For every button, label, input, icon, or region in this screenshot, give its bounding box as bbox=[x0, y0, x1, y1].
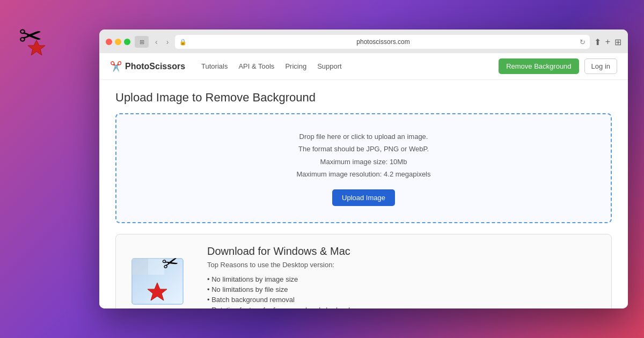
download-title: Download for Windows & Mac bbox=[207, 245, 601, 258]
upload-line1: Drop file here or click to upload an ima… bbox=[127, 130, 600, 143]
traffic-light-close[interactable] bbox=[106, 39, 112, 45]
logo-area: ✂️ PhotoScissors bbox=[110, 61, 185, 72]
lock-icon: 🔒 bbox=[179, 39, 187, 46]
traffic-light-maximize[interactable] bbox=[124, 39, 130, 45]
reload-btn[interactable]: ↻ bbox=[580, 38, 586, 46]
share-btn[interactable]: ⬆ bbox=[594, 37, 601, 47]
download-card: ✂ Download for Windows & Mac Top Reasons… bbox=[115, 234, 612, 308]
tab-switcher-btn[interactable]: ⊞ bbox=[135, 36, 149, 48]
browser-chrome: ⊞ ‹ › 🔒 photoscissors.com ↻ ⬆ + ⊞ bbox=[99, 30, 628, 53]
nav-actions: Remove Background Log in bbox=[499, 58, 617, 74]
feature-4: Rotation feature for foreground and shad… bbox=[207, 305, 601, 308]
nav-api-tools[interactable]: API & Tools bbox=[238, 62, 274, 70]
logo-text: PhotoScissors bbox=[125, 62, 185, 71]
main-content: Upload Image to Remove Background Drop f… bbox=[99, 80, 628, 308]
nav-bar: ✂️ PhotoScissors Tutorials API & Tools P… bbox=[99, 53, 628, 80]
svg-rect-4 bbox=[132, 259, 148, 275]
login-button[interactable]: Log in bbox=[584, 58, 617, 74]
upload-area[interactable]: Drop file here or click to upload an ima… bbox=[115, 113, 612, 223]
download-content: Download for Windows & Mac Top Reasons t… bbox=[207, 245, 601, 308]
grid-btn[interactable]: ⊞ bbox=[614, 37, 621, 47]
address-bar[interactable]: 🔒 photoscissors.com ↻ bbox=[175, 35, 589, 49]
forward-btn[interactable]: › bbox=[164, 36, 171, 47]
nav-pricing[interactable]: Pricing bbox=[285, 62, 306, 70]
nav-support[interactable]: Support bbox=[317, 62, 342, 70]
nav-links: Tutorials API & Tools Pricing Support bbox=[201, 62, 488, 70]
download-subtitle: Top Reasons to use the Desktop version: bbox=[207, 261, 601, 269]
feature-list: No limitations by image size No limitati… bbox=[207, 274, 601, 308]
traffic-lights bbox=[106, 39, 130, 45]
back-btn[interactable]: ‹ bbox=[153, 36, 160, 47]
page-title: Upload Image to Remove Background bbox=[115, 91, 612, 105]
website-content: ✂️ PhotoScissors Tutorials API & Tools P… bbox=[99, 53, 628, 308]
upload-image-button[interactable]: Upload Image bbox=[332, 189, 395, 206]
address-text: photoscissors.com bbox=[190, 38, 576, 46]
upload-instructions: Drop file here or click to upload an ima… bbox=[127, 130, 600, 181]
feature-1: No limitations by image size bbox=[207, 274, 601, 284]
logo-icon: ✂️ bbox=[110, 61, 122, 72]
upload-line4: Maximum image resolution: 4.2 megapixels bbox=[127, 168, 600, 180]
product-illustration: ✂ bbox=[127, 245, 196, 308]
upload-line3: Maximum image size: 10Mb bbox=[127, 156, 600, 168]
feature-2: No limitations by file size bbox=[207, 284, 601, 295]
nav-tutorials[interactable]: Tutorials bbox=[201, 62, 228, 70]
remove-background-button[interactable]: Remove Background bbox=[499, 58, 579, 74]
feature-3: Batch background removal bbox=[207, 295, 601, 305]
browser-window: ⊞ ‹ › 🔒 photoscissors.com ↻ ⬆ + ⊞ ✂️ Pho… bbox=[99, 30, 628, 308]
new-tab-btn[interactable]: + bbox=[605, 37, 610, 47]
traffic-light-minimize[interactable] bbox=[115, 39, 121, 45]
app-icon: ✂ bbox=[16, 16, 59, 59]
upload-line2: The format should be JPG, PNG or WebP. bbox=[127, 143, 600, 155]
